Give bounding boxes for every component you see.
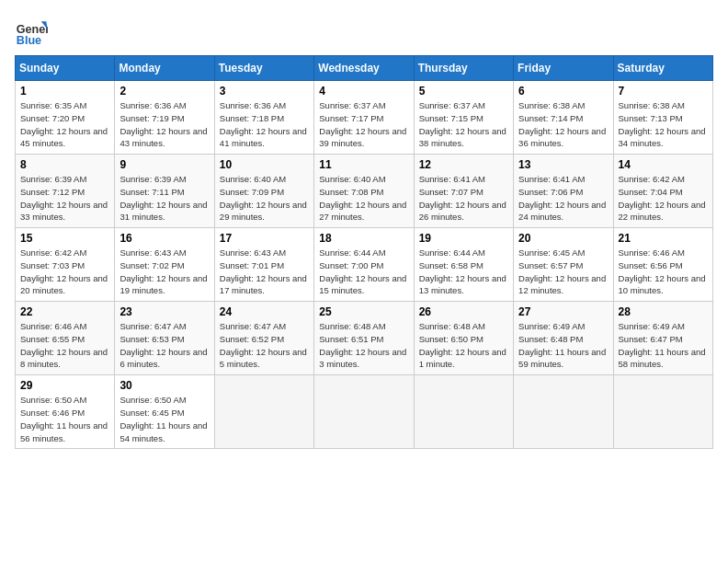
calendar-cell bbox=[514, 375, 613, 449]
day-number: 11 bbox=[319, 158, 408, 171]
day-number: 30 bbox=[119, 379, 209, 392]
day-detail: Sunrise: 6:37 AM Sunset: 7:15 PM Dayligh… bbox=[419, 99, 508, 150]
day-number: 7 bbox=[619, 85, 708, 98]
col-header-thursday: Thursday bbox=[414, 56, 513, 81]
calendar-cell: 8 Sunrise: 6:39 AM Sunset: 7:12 PM Dayli… bbox=[16, 155, 115, 228]
day-detail: Sunrise: 6:43 AM Sunset: 7:01 PM Dayligh… bbox=[220, 247, 309, 297]
calendar-week-4: 22 Sunrise: 6:46 AM Sunset: 6:55 PM Dayl… bbox=[16, 302, 713, 375]
calendar-cell: 19 Sunrise: 6:44 AM Sunset: 6:58 PM Dayl… bbox=[414, 228, 513, 302]
day-number: 5 bbox=[419, 85, 508, 98]
calendar-cell: 9 Sunrise: 6:39 AM Sunset: 7:11 PM Dayli… bbox=[115, 155, 214, 228]
day-number: 8 bbox=[20, 158, 109, 171]
day-detail: Sunrise: 6:38 AM Sunset: 7:13 PM Dayligh… bbox=[619, 99, 708, 150]
calendar-cell: 16 Sunrise: 6:43 AM Sunset: 7:02 PM Dayl… bbox=[115, 228, 214, 302]
calendar-cell: 23 Sunrise: 6:47 AM Sunset: 6:53 PM Dayl… bbox=[115, 302, 214, 375]
day-detail: Sunrise: 6:49 AM Sunset: 6:47 PM Dayligh… bbox=[619, 320, 708, 371]
col-header-wednesday: Wednesday bbox=[314, 56, 414, 81]
day-number: 2 bbox=[119, 85, 209, 98]
logo: General Blue bbox=[15, 15, 48, 48]
calendar-cell: 2 Sunrise: 6:36 AM Sunset: 7:19 PM Dayli… bbox=[115, 81, 214, 155]
calendar-week-2: 8 Sunrise: 6:39 AM Sunset: 7:12 PM Dayli… bbox=[16, 155, 713, 228]
calendar-cell: 29 Sunrise: 6:50 AM Sunset: 6:46 PM Dayl… bbox=[16, 375, 115, 449]
col-header-tuesday: Tuesday bbox=[214, 56, 313, 81]
day-detail: Sunrise: 6:39 AM Sunset: 7:11 PM Dayligh… bbox=[119, 173, 209, 224]
day-number: 14 bbox=[619, 158, 708, 171]
calendar-cell: 4 Sunrise: 6:37 AM Sunset: 7:17 PM Dayli… bbox=[314, 81, 414, 155]
day-detail: Sunrise: 6:45 AM Sunset: 6:57 PM Dayligh… bbox=[518, 247, 608, 297]
col-header-friday: Friday bbox=[514, 56, 613, 81]
day-detail: Sunrise: 6:47 AM Sunset: 6:53 PM Dayligh… bbox=[119, 320, 209, 371]
calendar-cell: 15 Sunrise: 6:42 AM Sunset: 7:03 PM Dayl… bbox=[16, 228, 115, 302]
day-detail: Sunrise: 6:38 AM Sunset: 7:14 PM Dayligh… bbox=[518, 99, 608, 150]
calendar-cell: 14 Sunrise: 6:42 AM Sunset: 7:04 PM Dayl… bbox=[613, 155, 712, 228]
day-detail: Sunrise: 6:42 AM Sunset: 7:03 PM Dayligh… bbox=[20, 247, 109, 297]
calendar-cell: 13 Sunrise: 6:41 AM Sunset: 7:06 PM Dayl… bbox=[514, 155, 613, 228]
day-number: 16 bbox=[119, 232, 209, 245]
day-number: 9 bbox=[119, 158, 209, 171]
day-number: 10 bbox=[220, 158, 309, 171]
day-detail: Sunrise: 6:35 AM Sunset: 7:20 PM Dayligh… bbox=[20, 99, 109, 150]
logo-icon: General Blue bbox=[15, 15, 48, 48]
day-detail: Sunrise: 6:50 AM Sunset: 6:46 PM Dayligh… bbox=[20, 394, 109, 444]
calendar-cell: 12 Sunrise: 6:41 AM Sunset: 7:07 PM Dayl… bbox=[414, 155, 513, 228]
calendar-cell: 22 Sunrise: 6:46 AM Sunset: 6:55 PM Dayl… bbox=[16, 302, 115, 375]
day-detail: Sunrise: 6:36 AM Sunset: 7:19 PM Dayligh… bbox=[119, 99, 209, 150]
day-detail: Sunrise: 6:41 AM Sunset: 7:07 PM Dayligh… bbox=[419, 173, 508, 224]
calendar-cell: 6 Sunrise: 6:38 AM Sunset: 7:14 PM Dayli… bbox=[514, 81, 613, 155]
day-detail: Sunrise: 6:44 AM Sunset: 6:58 PM Dayligh… bbox=[419, 247, 508, 297]
col-header-monday: Monday bbox=[115, 56, 214, 81]
calendar-cell: 5 Sunrise: 6:37 AM Sunset: 7:15 PM Dayli… bbox=[414, 81, 513, 155]
day-number: 22 bbox=[20, 305, 109, 318]
calendar-cell bbox=[613, 375, 712, 449]
svg-text:Blue: Blue bbox=[17, 34, 41, 47]
day-number: 3 bbox=[220, 85, 309, 98]
day-detail: Sunrise: 6:48 AM Sunset: 6:50 PM Dayligh… bbox=[419, 320, 508, 371]
day-number: 4 bbox=[319, 85, 408, 98]
day-detail: Sunrise: 6:36 AM Sunset: 7:18 PM Dayligh… bbox=[220, 99, 309, 150]
calendar-cell: 25 Sunrise: 6:48 AM Sunset: 6:51 PM Dayl… bbox=[314, 302, 414, 375]
col-header-sunday: Sunday bbox=[16, 56, 115, 81]
calendar-cell bbox=[414, 375, 513, 449]
calendar-cell: 28 Sunrise: 6:49 AM Sunset: 6:47 PM Dayl… bbox=[613, 302, 712, 375]
calendar-cell: 26 Sunrise: 6:48 AM Sunset: 6:50 PM Dayl… bbox=[414, 302, 513, 375]
calendar-cell: 27 Sunrise: 6:49 AM Sunset: 6:48 PM Dayl… bbox=[514, 302, 613, 375]
calendar-week-1: 1 Sunrise: 6:35 AM Sunset: 7:20 PM Dayli… bbox=[16, 81, 713, 155]
day-number: 21 bbox=[619, 232, 708, 245]
calendar-cell: 10 Sunrise: 6:40 AM Sunset: 7:09 PM Dayl… bbox=[214, 155, 313, 228]
day-number: 27 bbox=[518, 305, 608, 318]
calendar-week-5: 29 Sunrise: 6:50 AM Sunset: 6:46 PM Dayl… bbox=[16, 375, 713, 449]
day-detail: Sunrise: 6:40 AM Sunset: 7:08 PM Dayligh… bbox=[319, 173, 408, 224]
col-header-saturday: Saturday bbox=[613, 56, 712, 81]
calendar-cell: 3 Sunrise: 6:36 AM Sunset: 7:18 PM Dayli… bbox=[214, 81, 313, 155]
calendar-cell: 7 Sunrise: 6:38 AM Sunset: 7:13 PM Dayli… bbox=[613, 81, 712, 155]
calendar-cell bbox=[214, 375, 313, 449]
calendar-cell: 18 Sunrise: 6:44 AM Sunset: 7:00 PM Dayl… bbox=[314, 228, 414, 302]
calendar-cell: 20 Sunrise: 6:45 AM Sunset: 6:57 PM Dayl… bbox=[514, 228, 613, 302]
day-detail: Sunrise: 6:37 AM Sunset: 7:17 PM Dayligh… bbox=[319, 99, 408, 150]
day-detail: Sunrise: 6:47 AM Sunset: 6:52 PM Dayligh… bbox=[220, 320, 309, 371]
day-number: 17 bbox=[220, 232, 309, 245]
day-detail: Sunrise: 6:41 AM Sunset: 7:06 PM Dayligh… bbox=[518, 173, 608, 224]
day-detail: Sunrise: 6:49 AM Sunset: 6:48 PM Dayligh… bbox=[518, 320, 608, 371]
day-detail: Sunrise: 6:48 AM Sunset: 6:51 PM Dayligh… bbox=[319, 320, 408, 371]
day-number: 13 bbox=[518, 158, 608, 171]
day-detail: Sunrise: 6:40 AM Sunset: 7:09 PM Dayligh… bbox=[220, 173, 309, 224]
calendar-cell: 24 Sunrise: 6:47 AM Sunset: 6:52 PM Dayl… bbox=[214, 302, 313, 375]
day-number: 24 bbox=[220, 305, 309, 318]
day-detail: Sunrise: 6:39 AM Sunset: 7:12 PM Dayligh… bbox=[20, 173, 109, 224]
day-number: 29 bbox=[20, 379, 109, 392]
day-number: 26 bbox=[419, 305, 508, 318]
day-detail: Sunrise: 6:50 AM Sunset: 6:45 PM Dayligh… bbox=[119, 394, 209, 444]
calendar-week-3: 15 Sunrise: 6:42 AM Sunset: 7:03 PM Dayl… bbox=[16, 228, 713, 302]
calendar-cell: 1 Sunrise: 6:35 AM Sunset: 7:20 PM Dayli… bbox=[16, 81, 115, 155]
day-detail: Sunrise: 6:46 AM Sunset: 6:56 PM Dayligh… bbox=[619, 247, 708, 297]
page-header: General Blue bbox=[15, 15, 713, 48]
day-number: 15 bbox=[20, 232, 109, 245]
calendar-cell: 30 Sunrise: 6:50 AM Sunset: 6:45 PM Dayl… bbox=[115, 375, 214, 449]
day-detail: Sunrise: 6:46 AM Sunset: 6:55 PM Dayligh… bbox=[20, 320, 109, 371]
day-detail: Sunrise: 6:43 AM Sunset: 7:02 PM Dayligh… bbox=[119, 247, 209, 297]
day-detail: Sunrise: 6:44 AM Sunset: 7:00 PM Dayligh… bbox=[319, 247, 408, 297]
calendar-table: SundayMondayTuesdayWednesdayThursdayFrid… bbox=[15, 55, 713, 449]
day-number: 19 bbox=[419, 232, 508, 245]
calendar-cell: 11 Sunrise: 6:40 AM Sunset: 7:08 PM Dayl… bbox=[314, 155, 414, 228]
